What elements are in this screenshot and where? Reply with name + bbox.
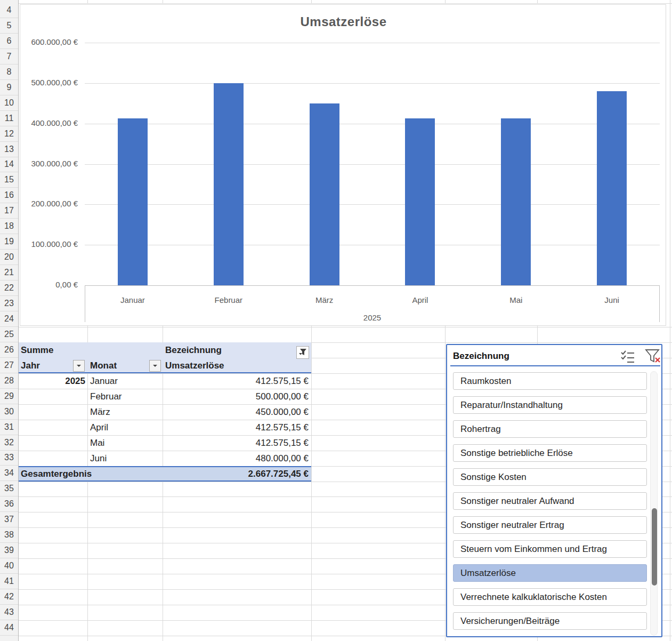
row-header-10[interactable]: 10 [0, 95, 18, 111]
pivot-value-cell[interactable]: 412.575,15 € [179, 420, 309, 435]
row-header-40[interactable]: 40 [0, 558, 18, 574]
pivot-row-april[interactable]: April412.575,15 € [19, 420, 311, 435]
row-header-29[interactable]: 29 [0, 389, 18, 404]
pivot-month-cell[interactable]: März [90, 404, 159, 420]
chart-gridline [85, 164, 660, 165]
slicer-item-1[interactable]: Raumkosten [453, 372, 647, 390]
report-filter-button[interactable] [296, 346, 309, 359]
slicer-item-2[interactable]: Reparatur/Instandhaltung [453, 396, 647, 414]
pivot-value-header: Umsatzerlöse [165, 358, 288, 373]
row-header-38[interactable]: 38 [0, 527, 18, 543]
row-header-18[interactable]: 18 [0, 219, 18, 234]
row-header-42[interactable]: 42 [0, 589, 18, 605]
pivot-year-cell[interactable]: 2025 [21, 373, 85, 389]
pivot-value-cell[interactable]: 450.000,00 € [179, 404, 309, 420]
row-header-16[interactable]: 16 [0, 188, 18, 203]
slicer-item-3[interactable]: Rohertrag [453, 420, 647, 438]
bar-märz[interactable] [310, 103, 339, 285]
pivot-month-cell[interactable]: Februar [90, 389, 159, 404]
slicer-item-5[interactable]: Sonstige Kosten [453, 468, 647, 486]
row-header-8[interactable]: 8 [0, 65, 18, 80]
slicer-item-11[interactable]: Versicherungen/Beiträge [453, 612, 647, 630]
row-header-25[interactable]: 25 [0, 327, 18, 342]
pivot-month-cell[interactable]: April [90, 420, 159, 435]
row-header-28[interactable]: 28 [0, 373, 18, 389]
row-header-14[interactable]: 14 [0, 157, 18, 173]
row-header-35[interactable]: 35 [0, 481, 18, 496]
bar-juni[interactable] [597, 91, 627, 285]
slicer-item-10[interactable]: Verrechnete kalkuklatorische Kosten [453, 588, 647, 606]
row-header-21[interactable]: 21 [0, 265, 18, 281]
slicer-item-9-selected[interactable]: Umsatzerlöse [453, 564, 647, 582]
slicer-scrollbar[interactable] [650, 371, 658, 636]
row-header-6[interactable]: 6 [0, 34, 18, 49]
row-header-43[interactable]: 43 [0, 605, 18, 620]
row-header-column: 4567891011121314151617181920212223242526… [0, 0, 19, 641]
row-header-27[interactable]: 27 [0, 358, 18, 373]
row-header-12[interactable]: 12 [0, 126, 18, 142]
gridline-v [445, 326, 446, 641]
pivot-month-cell[interactable]: Juni [90, 451, 159, 466]
row-header-36[interactable]: 36 [0, 496, 18, 512]
row-header-26[interactable]: 26 [0, 342, 18, 358]
pivot-jahr-label: Jahr [21, 358, 69, 373]
row-header-9[interactable]: 9 [0, 80, 18, 95]
slicer-item-8[interactable]: Steuern vom Einkommen und Ertrag [453, 540, 647, 558]
row-header-22[interactable]: 22 [0, 281, 18, 296]
bezeichnung-slicer[interactable]: Bezeichnung RaumkostenReparatur/Instandh… [446, 344, 662, 637]
pivot-value-cell[interactable]: 412.575,15 € [179, 373, 309, 389]
pivot-row-februar[interactable]: Februar500.000,00 € [19, 389, 311, 404]
row-header-4[interactable]: 4 [0, 3, 18, 18]
row-header-13[interactable]: 13 [0, 142, 18, 157]
slicer-item-6[interactable]: Sonstiger neutraler Aufwand [453, 492, 647, 510]
pivot-month-cell[interactable]: Mai [90, 435, 159, 451]
slicer-scrollbar-thumb[interactable] [652, 508, 657, 586]
pivot-data-rows: 2025Januar412.575,15 €Februar500.000,00 … [19, 373, 311, 466]
pivot-summe-label: Summe [21, 342, 87, 358]
pivot-grand-total-row[interactable]: Gesamtergebnis 2.667.725,45 € [19, 466, 311, 482]
chart-gridline [85, 245, 660, 245]
bar-april[interactable] [405, 118, 435, 285]
row-header-30[interactable]: 30 [0, 404, 18, 420]
gridline-h [19, 327, 672, 327]
pivot-row-mai[interactable]: Mai412.575,15 € [19, 435, 311, 451]
bar-januar[interactable] [118, 118, 148, 285]
row-header-23[interactable]: 23 [0, 296, 18, 311]
row-header-37[interactable]: 37 [0, 512, 18, 527]
umsatzerloese-chart[interactable]: Umsatzerlöse 0,00 €100.000,00 €200.000,0… [20, 4, 666, 326]
pivot-row-juni[interactable]: Juni480.000,00 € [19, 451, 311, 466]
row-header-15[interactable]: 15 [0, 172, 18, 188]
row-header-33[interactable]: 33 [0, 451, 18, 466]
bar-mai[interactable] [501, 118, 531, 285]
pivot-row-januar[interactable]: 2025Januar412.575,15 € [19, 373, 311, 389]
row-header-17[interactable]: 17 [0, 203, 18, 219]
slicer-item-list: RaumkostenReparatur/InstandhaltungRohert… [447, 345, 663, 638]
gridline-v [311, 0, 312, 4]
row-header-19[interactable]: 19 [0, 234, 18, 250]
chevron-down-icon [77, 365, 81, 369]
pivot-value-cell[interactable]: 480.000,00 € [179, 451, 309, 466]
row-header-32[interactable]: 32 [0, 435, 18, 451]
slicer-item-4[interactable]: Sonstige betriebliche Erlöse [453, 444, 647, 462]
monat-dropdown-button[interactable] [149, 360, 161, 372]
bar-februar[interactable] [214, 83, 244, 285]
row-header-31[interactable]: 31 [0, 420, 18, 435]
jahr-dropdown-button[interactable] [73, 360, 85, 372]
pivot-row-märz[interactable]: März450.000,00 € [19, 404, 311, 420]
row-header-34[interactable]: 34 [0, 466, 18, 482]
row-header-5[interactable]: 5 [0, 18, 18, 34]
y-axis-tick-label: 0,00 € [25, 280, 78, 289]
pivot-value-cell[interactable]: 500.000,00 € [179, 389, 309, 404]
slicer-item-7[interactable]: Sonstiger neutraler Ertrag [453, 516, 647, 534]
row-header-7[interactable]: 7 [0, 49, 18, 65]
row-header-44[interactable]: 44 [0, 620, 18, 636]
row-header-39[interactable]: 39 [0, 543, 18, 558]
row-header-11[interactable]: 11 [0, 111, 18, 126]
pivot-value-cell[interactable]: 412.575,15 € [179, 435, 309, 451]
row-header-24[interactable]: 24 [0, 311, 18, 327]
pivot-header: Summe Bezeichnung Jahr Monat Umsatzerlös… [19, 342, 311, 373]
row-header-41[interactable]: 41 [0, 574, 18, 589]
chart-gridline [85, 43, 660, 43]
row-header-20[interactable]: 20 [0, 250, 18, 265]
pivot-month-cell[interactable]: Januar [90, 373, 159, 389]
